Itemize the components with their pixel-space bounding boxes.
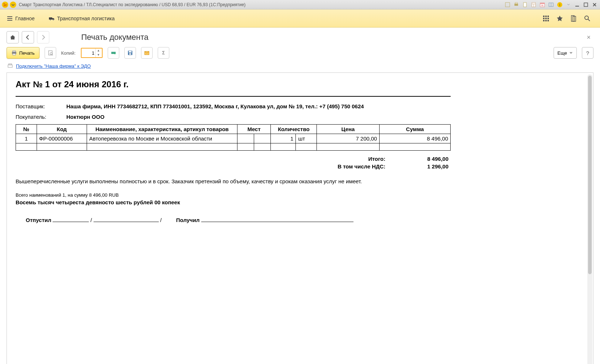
svg-point-25 (50, 19, 51, 20)
th-code: Код (37, 125, 87, 134)
disclaimer: Вышеперечисленные услуги выполнены полно… (16, 177, 451, 186)
sum-button[interactable]: Σ (158, 47, 169, 59)
document-scroll[interactable]: Акт № 1 от 24 июня 2016 г. Поставщик: На… (7, 73, 593, 364)
navbar: Главное Транспортная логистика (0, 9, 600, 28)
vertical-scrollbar[interactable] (587, 74, 592, 364)
svg-rect-29 (547, 16, 549, 17)
svg-rect-3 (505, 3, 510, 7)
quick-print-button[interactable] (108, 47, 119, 59)
sign-release-label: Отпустил (26, 217, 51, 223)
svg-rect-42 (13, 54, 16, 55)
svg-text:1c: 1c (3, 3, 7, 7)
tb-panel-icon[interactable] (547, 1, 555, 8)
cell-price: 7 200,00 (317, 134, 380, 143)
svg-rect-30 (543, 18, 545, 19)
copies-input[interactable]: ▲▼ (81, 48, 103, 58)
maximize-button[interactable] (582, 1, 590, 8)
supplier-value: Наша фирма, ИНН 7734682712, КПП 77340100… (66, 103, 451, 109)
svg-rect-31 (545, 18, 547, 19)
svg-text:i: i (559, 3, 560, 7)
save-button[interactable] (124, 47, 136, 59)
print-toolbar: Печать Копий: ▲▼ Σ Еще ? (0, 44, 600, 62)
close-page-button[interactable]: × (584, 32, 593, 43)
total-itogo: Итого: 8 496,00 (16, 156, 451, 162)
svg-rect-18 (584, 3, 588, 7)
document-viewer: Акт № 1 от 24 июня 2016 г. Поставщик: На… (7, 72, 593, 364)
sign-line (201, 216, 353, 222)
svg-text:Σ: Σ (162, 50, 165, 55)
signatures: Отпустил / / Получил (16, 216, 451, 223)
spin-up-icon[interactable]: ▲ (96, 49, 102, 53)
copies-field[interactable] (82, 50, 95, 56)
buyer-value: Ноктюрн ООО (66, 114, 451, 120)
edo-link[interactable]: Подключить "Наша фирма" к ЭДО (16, 63, 91, 69)
titlebar: 1c Смарт Транспортная Логистика / ТЛ.Спе… (0, 0, 600, 9)
slash: / (90, 217, 92, 223)
home-button[interactable] (7, 31, 19, 43)
svg-rect-32 (547, 18, 549, 19)
tb-fav-icon[interactable] (504, 1, 512, 8)
cell-code: ФР-00000006 (37, 134, 87, 143)
page-head: Печать документа × (0, 28, 600, 44)
svg-rect-27 (543, 16, 545, 17)
minimize-button[interactable] (573, 1, 581, 8)
svg-rect-52 (8, 65, 12, 67)
edo-icon (7, 63, 13, 69)
spinner-controls[interactable]: ▲▼ (95, 49, 102, 57)
tb-doc-icon[interactable] (521, 1, 529, 8)
tb-print-icon[interactable] (512, 1, 520, 8)
print-button[interactable]: Печать (7, 47, 40, 59)
history-icon[interactable] (567, 12, 580, 25)
copies-label: Копий: (61, 50, 76, 56)
cell-mest-b (254, 134, 271, 143)
email-button[interactable] (141, 47, 153, 59)
svg-point-26 (53, 19, 54, 20)
edo-row: Подключить "Наша фирма" к ЭДО (0, 62, 600, 72)
buyer-label: Покупатель: (16, 114, 66, 120)
table-row: 1 ФР-00000006 Автоперевозка по Москве и … (16, 134, 451, 143)
cell-unit: шт (296, 134, 317, 143)
th-num: № (16, 125, 37, 134)
cell-num: 1 (16, 134, 37, 143)
nav-logistics-label: Транспортная логистика (57, 16, 115, 21)
apps-icon[interactable] (540, 12, 552, 25)
svg-rect-35 (547, 20, 549, 21)
close-window-button[interactable] (591, 1, 599, 8)
nav-home[interactable]: Главное (7, 15, 35, 22)
table-row-blank (16, 143, 451, 151)
th-price: Цена (317, 125, 380, 134)
back-button[interactable] (22, 31, 34, 43)
slash: / (160, 217, 162, 223)
nav-logistics[interactable]: Транспортная логистика (49, 15, 115, 22)
sign-line (94, 216, 159, 222)
tb-info-dd-icon[interactable] (564, 1, 572, 8)
tb-info-icon[interactable]: i (556, 1, 564, 8)
th-sum: Сумма (379, 125, 450, 134)
svg-rect-5 (515, 3, 517, 4)
preview-button[interactable] (45, 47, 56, 59)
cell-mest-a (237, 134, 254, 143)
more-button[interactable]: Еще (554, 47, 577, 59)
window-title: Смарт Транспортная Логистика / ТЛ.Специа… (17, 2, 504, 7)
tb-calendar-icon[interactable]: 31 (538, 1, 546, 8)
svg-point-2 (10, 1, 16, 8)
svg-rect-11 (540, 3, 545, 4)
chevron-down-icon (569, 51, 573, 55)
more-button-label: Еще (558, 50, 567, 56)
sign-receive-label: Получил (176, 217, 200, 223)
star-icon[interactable] (554, 12, 566, 25)
svg-rect-28 (545, 16, 547, 17)
svg-rect-34 (545, 20, 547, 21)
tb-calc-icon[interactable] (530, 1, 538, 8)
amount-words: Восемь тысяч четыреста девяносто шесть р… (16, 199, 451, 205)
th-qty: Количество (271, 125, 317, 134)
help-button[interactable]: ? (582, 47, 593, 59)
dropdown-icon[interactable] (9, 1, 17, 8)
svg-rect-41 (13, 51, 16, 52)
cell-qty: 1 (271, 134, 296, 143)
svg-text:31: 31 (541, 4, 544, 7)
cell-name: Автоперевозка по Москве и Московской обл… (87, 134, 237, 143)
spin-down-icon[interactable]: ▼ (96, 53, 102, 57)
divider (16, 96, 451, 97)
search-icon[interactable] (581, 12, 593, 25)
